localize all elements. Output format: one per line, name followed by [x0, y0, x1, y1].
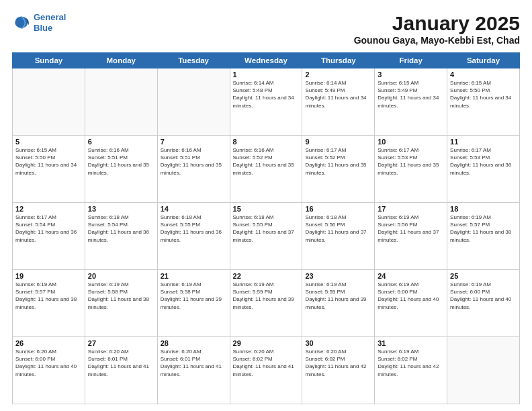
day-number: 5	[15, 138, 82, 146]
day-info: Sunrise: 6:18 AM Sunset: 5:55 PM Dayligh…	[233, 214, 300, 244]
day-info: Sunrise: 6:20 AM Sunset: 6:02 PM Dayligh…	[305, 348, 371, 378]
week-row-5: 26Sunrise: 6:20 AM Sunset: 6:00 PM Dayli…	[13, 337, 520, 404]
day-number: 1	[233, 71, 300, 79]
day-number: 19	[15, 272, 82, 280]
day-info: Sunrise: 6:19 AM Sunset: 5:57 PM Dayligh…	[15, 281, 82, 311]
week-row-4: 19Sunrise: 6:19 AM Sunset: 5:57 PM Dayli…	[13, 270, 520, 337]
day-number: 25	[450, 272, 517, 280]
calendar-cell: 25Sunrise: 6:19 AM Sunset: 6:00 PM Dayli…	[447, 270, 520, 337]
weekday-header-sunday: Sunday	[13, 53, 85, 68]
day-number: 2	[305, 71, 371, 79]
weekday-header-wednesday: Wednesday	[230, 53, 302, 68]
day-info: Sunrise: 6:14 AM Sunset: 5:49 PM Dayligh…	[305, 79, 371, 109]
day-number: 29	[233, 339, 300, 347]
calendar-cell: 18Sunrise: 6:19 AM Sunset: 5:57 PM Dayli…	[447, 203, 520, 270]
calendar-cell: 20Sunrise: 6:19 AM Sunset: 5:58 PM Dayli…	[85, 270, 157, 337]
day-number: 23	[305, 272, 371, 280]
calendar-cell: 7Sunrise: 6:16 AM Sunset: 5:51 PM Daylig…	[157, 136, 230, 203]
weekday-header-monday: Monday	[85, 53, 157, 68]
day-info: Sunrise: 6:17 AM Sunset: 5:53 PM Dayligh…	[450, 146, 517, 177]
day-info: Sunrise: 6:20 AM Sunset: 6:01 PM Dayligh…	[88, 348, 154, 378]
weekday-header-saturday: Saturday	[447, 53, 520, 68]
day-number: 12	[15, 205, 82, 213]
calendar-cell	[85, 68, 157, 136]
day-info: Sunrise: 6:20 AM Sunset: 6:00 PM Dayligh…	[15, 348, 82, 378]
day-number: 17	[378, 205, 444, 213]
day-info: Sunrise: 6:19 AM Sunset: 5:58 PM Dayligh…	[161, 281, 227, 311]
day-info: Sunrise: 6:17 AM Sunset: 5:53 PM Dayligh…	[378, 146, 444, 177]
calendar-cell: 3Sunrise: 6:15 AM Sunset: 5:49 PM Daylig…	[375, 68, 447, 136]
day-info: Sunrise: 6:16 AM Sunset: 5:52 PM Dayligh…	[233, 146, 300, 177]
day-info: Sunrise: 6:17 AM Sunset: 5:54 PM Dayligh…	[15, 214, 82, 244]
calendar-cell: 19Sunrise: 6:19 AM Sunset: 5:57 PM Dayli…	[13, 270, 85, 337]
logo-general: General	[34, 12, 66, 22]
day-number: 28	[161, 339, 227, 347]
calendar-cell: 21Sunrise: 6:19 AM Sunset: 5:58 PM Dayli…	[157, 270, 230, 337]
calendar-cell: 12Sunrise: 6:17 AM Sunset: 5:54 PM Dayli…	[13, 203, 85, 270]
main-title: January 2025	[354, 12, 520, 35]
subtitle: Gounou Gaya, Mayo-Kebbi Est, Chad	[354, 35, 520, 46]
weekday-header-friday: Friday	[375, 53, 447, 68]
day-number: 3	[378, 71, 444, 79]
day-number: 20	[88, 272, 154, 280]
calendar-cell: 31Sunrise: 6:19 AM Sunset: 6:02 PM Dayli…	[375, 337, 447, 404]
calendar-cell: 30Sunrise: 6:20 AM Sunset: 6:02 PM Dayli…	[302, 337, 375, 404]
day-info: Sunrise: 6:19 AM Sunset: 5:59 PM Dayligh…	[305, 281, 371, 311]
calendar-cell: 4Sunrise: 6:15 AM Sunset: 5:50 PM Daylig…	[447, 68, 520, 136]
calendar-cell: 6Sunrise: 6:16 AM Sunset: 5:51 PM Daylig…	[85, 136, 157, 203]
day-info: Sunrise: 6:16 AM Sunset: 5:51 PM Dayligh…	[161, 146, 227, 177]
calendar-cell: 22Sunrise: 6:19 AM Sunset: 5:59 PM Dayli…	[230, 270, 302, 337]
day-number: 16	[305, 205, 371, 213]
day-info: Sunrise: 6:19 AM Sunset: 6:02 PM Dayligh…	[378, 348, 444, 378]
day-number: 6	[88, 138, 154, 146]
day-info: Sunrise: 6:18 AM Sunset: 5:55 PM Dayligh…	[161, 214, 227, 244]
calendar-cell: 26Sunrise: 6:20 AM Sunset: 6:00 PM Dayli…	[13, 337, 85, 404]
day-info: Sunrise: 6:20 AM Sunset: 6:02 PM Dayligh…	[233, 348, 300, 378]
day-number: 26	[15, 339, 82, 347]
logo-icon	[12, 13, 31, 32]
day-info: Sunrise: 6:19 AM Sunset: 5:57 PM Dayligh…	[450, 214, 517, 244]
calendar-cell: 1Sunrise: 6:14 AM Sunset: 5:48 PM Daylig…	[230, 68, 302, 136]
day-number: 31	[378, 339, 444, 347]
calendar-body: 1Sunrise: 6:14 AM Sunset: 5:48 PM Daylig…	[13, 68, 520, 404]
day-info: Sunrise: 6:15 AM Sunset: 5:49 PM Dayligh…	[378, 79, 444, 109]
day-info: Sunrise: 6:14 AM Sunset: 5:48 PM Dayligh…	[233, 79, 300, 109]
calendar-cell: 17Sunrise: 6:19 AM Sunset: 5:56 PM Dayli…	[375, 203, 447, 270]
calendar-cell: 24Sunrise: 6:19 AM Sunset: 6:00 PM Dayli…	[375, 270, 447, 337]
calendar-cell: 27Sunrise: 6:20 AM Sunset: 6:01 PM Dayli…	[85, 337, 157, 404]
calendar-cell: 15Sunrise: 6:18 AM Sunset: 5:55 PM Dayli…	[230, 203, 302, 270]
day-number: 14	[161, 205, 227, 213]
day-info: Sunrise: 6:20 AM Sunset: 6:01 PM Dayligh…	[161, 348, 227, 378]
day-number: 21	[161, 272, 227, 280]
day-info: Sunrise: 6:15 AM Sunset: 5:50 PM Dayligh…	[450, 79, 517, 109]
calendar-header: SundayMondayTuesdayWednesdayThursdayFrid…	[13, 53, 520, 68]
logo-text: General Blue	[34, 12, 66, 33]
day-info: Sunrise: 6:18 AM Sunset: 5:56 PM Dayligh…	[305, 214, 371, 244]
day-info: Sunrise: 6:15 AM Sunset: 5:50 PM Dayligh…	[15, 146, 82, 177]
day-info: Sunrise: 6:17 AM Sunset: 5:52 PM Dayligh…	[305, 146, 371, 177]
day-number: 13	[88, 205, 154, 213]
day-info: Sunrise: 6:19 AM Sunset: 6:00 PM Dayligh…	[450, 281, 517, 311]
day-info: Sunrise: 6:16 AM Sunset: 5:51 PM Dayligh…	[88, 146, 154, 177]
day-info: Sunrise: 6:19 AM Sunset: 6:00 PM Dayligh…	[378, 281, 444, 311]
header: General Blue January 2025 Gounou Gaya, M…	[12, 12, 520, 46]
day-number: 30	[305, 339, 371, 347]
day-info: Sunrise: 6:19 AM Sunset: 5:59 PM Dayligh…	[233, 281, 300, 311]
day-number: 11	[450, 138, 517, 146]
calendar-cell	[13, 68, 85, 136]
day-number: 24	[378, 272, 444, 280]
calendar-cell: 5Sunrise: 6:15 AM Sunset: 5:50 PM Daylig…	[13, 136, 85, 203]
day-number: 15	[233, 205, 300, 213]
day-number: 4	[450, 71, 517, 79]
day-number: 18	[450, 205, 517, 213]
title-block: January 2025 Gounou Gaya, Mayo-Kebbi Est…	[354, 12, 520, 46]
calendar-table: SundayMondayTuesdayWednesdayThursdayFrid…	[12, 52, 520, 404]
weekday-header-row: SundayMondayTuesdayWednesdayThursdayFrid…	[13, 53, 520, 68]
day-info: Sunrise: 6:18 AM Sunset: 5:54 PM Dayligh…	[88, 214, 154, 244]
day-number: 22	[233, 272, 300, 280]
day-number: 7	[161, 138, 227, 146]
calendar-cell: 11Sunrise: 6:17 AM Sunset: 5:53 PM Dayli…	[447, 136, 520, 203]
calendar-cell: 9Sunrise: 6:17 AM Sunset: 5:52 PM Daylig…	[302, 136, 375, 203]
week-row-2: 5Sunrise: 6:15 AM Sunset: 5:50 PM Daylig…	[13, 136, 520, 203]
calendar-cell: 28Sunrise: 6:20 AM Sunset: 6:01 PM Dayli…	[157, 337, 230, 404]
